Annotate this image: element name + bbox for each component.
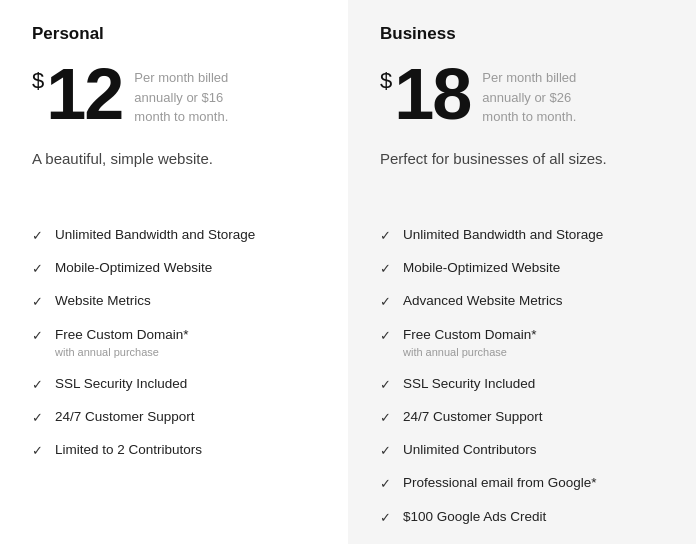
business-price-desc: Per month billed annually or $26 month t… bbox=[482, 68, 592, 127]
business-plan: Business $ 18 Per month billed annually … bbox=[348, 0, 696, 544]
business-price-amount: 18 bbox=[394, 58, 470, 130]
list-item: ✓Unlimited Bandwidth and Storage bbox=[32, 226, 316, 245]
check-icon: ✓ bbox=[380, 475, 391, 493]
list-item: ✓SSL Security Included bbox=[32, 375, 316, 394]
list-item: ✓Limited to 2 Contributors bbox=[32, 441, 316, 460]
personal-price-desc: Per month billed annually or $16 month t… bbox=[134, 68, 244, 127]
list-item: ✓24/7 Customer Support bbox=[32, 408, 316, 427]
list-item: ✓Advanced Website Metrics bbox=[380, 292, 664, 311]
feature-text: Professional email from Google* bbox=[403, 474, 597, 493]
personal-features-list: ✓Unlimited Bandwidth and Storage✓Mobile-… bbox=[32, 226, 316, 460]
feature-text: 24/7 Customer Support bbox=[403, 408, 543, 427]
check-icon: ✓ bbox=[380, 409, 391, 427]
check-icon: ✓ bbox=[32, 293, 43, 311]
list-item: ✓SSL Security Included bbox=[380, 375, 664, 394]
feature-text: 24/7 Customer Support bbox=[55, 408, 195, 427]
business-tagline: Perfect for businesses of all sizes. bbox=[380, 148, 664, 198]
feature-subtext: with annual purchase bbox=[55, 345, 189, 360]
feature-text: Unlimited Contributors bbox=[403, 441, 537, 460]
list-item: ✓Professional email from Google* bbox=[380, 474, 664, 493]
feature-subtext: with annual purchase bbox=[403, 345, 537, 360]
feature-text: SSL Security Included bbox=[403, 375, 535, 394]
personal-currency: $ bbox=[32, 68, 44, 94]
personal-price-amount: 12 bbox=[46, 58, 122, 130]
personal-plan: Personal $ 12 Per month billed annually … bbox=[0, 0, 348, 544]
feature-text: Limited to 2 Contributors bbox=[55, 441, 202, 460]
check-icon: ✓ bbox=[380, 260, 391, 278]
feature-text: Free Custom Domain* bbox=[403, 326, 537, 345]
check-icon: ✓ bbox=[32, 327, 43, 345]
list-item: ✓Website Metrics bbox=[32, 292, 316, 311]
check-icon: ✓ bbox=[32, 442, 43, 460]
business-plan-name: Business bbox=[380, 24, 664, 44]
list-item: ✓$100 Google Ads Credit bbox=[380, 508, 664, 527]
list-item: ✓Mobile-Optimized Website bbox=[32, 259, 316, 278]
check-icon: ✓ bbox=[32, 227, 43, 245]
list-item: ✓24/7 Customer Support bbox=[380, 408, 664, 427]
check-icon: ✓ bbox=[380, 376, 391, 394]
business-features-list: ✓Unlimited Bandwidth and Storage✓Mobile-… bbox=[380, 226, 664, 527]
personal-price-row: $ 12 Per month billed annually or $16 mo… bbox=[32, 58, 316, 130]
check-icon: ✓ bbox=[32, 376, 43, 394]
check-icon: ✓ bbox=[380, 293, 391, 311]
check-icon: ✓ bbox=[32, 409, 43, 427]
feature-text: Free Custom Domain* bbox=[55, 326, 189, 345]
list-item: ✓Unlimited Contributors bbox=[380, 441, 664, 460]
feature-text: Unlimited Bandwidth and Storage bbox=[55, 226, 255, 245]
check-icon: ✓ bbox=[32, 260, 43, 278]
feature-text: Unlimited Bandwidth and Storage bbox=[403, 226, 603, 245]
list-item: ✓Unlimited Bandwidth and Storage bbox=[380, 226, 664, 245]
list-item: ✓Free Custom Domain*with annual purchase bbox=[32, 326, 316, 361]
business-price-row: $ 18 Per month billed annually or $26 mo… bbox=[380, 58, 664, 130]
check-icon: ✓ bbox=[380, 227, 391, 245]
feature-text: Mobile-Optimized Website bbox=[403, 259, 560, 278]
personal-plan-name: Personal bbox=[32, 24, 316, 44]
feature-text: SSL Security Included bbox=[55, 375, 187, 394]
feature-text: Mobile-Optimized Website bbox=[55, 259, 212, 278]
personal-tagline: A beautiful, simple website. bbox=[32, 148, 316, 198]
feature-text: $100 Google Ads Credit bbox=[403, 508, 546, 527]
business-currency: $ bbox=[380, 68, 392, 94]
check-icon: ✓ bbox=[380, 509, 391, 527]
check-icon: ✓ bbox=[380, 442, 391, 460]
pricing-container: Personal $ 12 Per month billed annually … bbox=[0, 0, 696, 544]
feature-text: Website Metrics bbox=[55, 292, 151, 311]
list-item: ✓Free Custom Domain*with annual purchase bbox=[380, 326, 664, 361]
list-item: ✓Mobile-Optimized Website bbox=[380, 259, 664, 278]
check-icon: ✓ bbox=[380, 327, 391, 345]
feature-text: Advanced Website Metrics bbox=[403, 292, 563, 311]
